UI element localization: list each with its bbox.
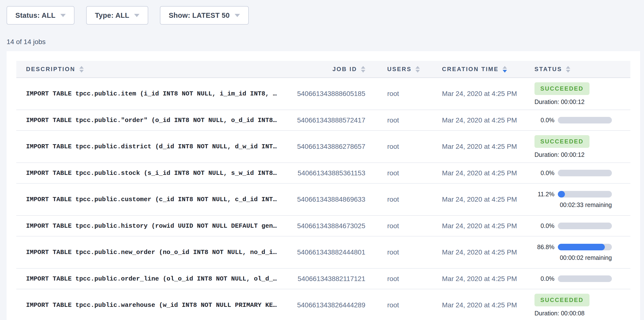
job-creation-time: Mar 24, 2020 at 4:25 PM <box>442 301 534 309</box>
job-id: 540661343888572417 <box>290 116 365 124</box>
job-description: IMPORT TABLE tpcc.public.district (d_id … <box>16 143 290 150</box>
column-header-label: CREATION TIME <box>442 66 499 73</box>
job-creation-time: Mar 24, 2020 at 4:25 PM <box>442 275 534 283</box>
table-body: IMPORT TABLE tpcc.public.item (i_id INT8… <box>16 78 630 320</box>
chevron-down-icon <box>134 14 140 17</box>
job-creation-time: Mar 24, 2020 at 4:25 PM <box>442 196 534 203</box>
progress-line: 0.0% <box>534 275 630 282</box>
status-progress-group: 86.8% 00:00:02 remaining <box>534 243 630 261</box>
progress-percent: 86.8% <box>534 243 554 251</box>
progress-percent: 0.0% <box>534 275 554 282</box>
table-header-row: DESCRIPTION JOB ID USERS CREATION TIME S… <box>16 61 630 78</box>
sort-asc-icon <box>79 66 84 69</box>
progress-line: 11.2% <box>534 191 630 198</box>
sort-desc-icon <box>502 70 507 73</box>
status-progress-group: 0.0% <box>534 275 630 282</box>
table-row: IMPORT TABLE tpcc.public.history (rowid … <box>16 216 630 236</box>
job-description: IMPORT TABLE tpcc.public.stock (s_i_id I… <box>16 169 290 177</box>
job-status: SUCCEEDED Duration: 00:00:12 <box>534 82 630 105</box>
status-duration: Duration: 00:00:08 <box>534 310 630 317</box>
job-description: IMPORT TABLE tpcc.public."order" (o_id I… <box>16 117 290 124</box>
progress-bar <box>558 223 612 229</box>
progress-bar <box>558 117 612 123</box>
job-creation-time: Mar 24, 2020 at 4:25 PM <box>442 248 534 256</box>
job-status: 0.0% <box>534 275 630 282</box>
job-user: root <box>387 90 442 98</box>
sort-asc-icon <box>566 66 570 69</box>
column-header-label: STATUS <box>534 66 562 73</box>
job-description: IMPORT TABLE tpcc.public.history (rowid … <box>16 222 290 230</box>
column-header[interactable]: JOB ID <box>290 66 365 73</box>
status-succeeded-group: SUCCEEDED Duration: 00:00:12 <box>534 135 630 158</box>
status-progress-group: 0.0% <box>534 169 630 177</box>
status-succeeded-group: SUCCEEDED Duration: 00:00:08 <box>534 294 630 317</box>
filter-label: Type: ALL <box>95 12 129 20</box>
progress-line: 0.0% <box>534 117 630 124</box>
column-header[interactable]: USERS <box>387 66 442 73</box>
job-status: SUCCEEDED Duration: 00:00:12 <box>534 135 630 158</box>
sort-icon <box>79 66 84 73</box>
sort-desc-icon <box>416 70 420 73</box>
table-row: IMPORT TABLE tpcc.public.order_line (ol_… <box>16 269 630 289</box>
status-badge: SUCCEEDED <box>534 135 590 148</box>
job-id: 540661343882444801 <box>290 248 365 256</box>
sort-icon <box>416 66 420 73</box>
job-user: root <box>387 248 442 256</box>
progress-bar <box>558 275 612 282</box>
sort-desc-icon <box>566 70 570 73</box>
status-badge: SUCCEEDED <box>534 82 590 95</box>
status-duration: Duration: 00:00:12 <box>534 151 630 158</box>
sort-icon <box>502 66 507 73</box>
filter-label: Show: LATEST 50 <box>169 12 230 20</box>
progress-percent: 0.0% <box>534 117 554 124</box>
sort-desc-icon <box>79 70 84 73</box>
progress-bar <box>558 244 612 250</box>
table-row: IMPORT TABLE tpcc.public."order" (o_id I… <box>16 110 630 131</box>
sort-asc-icon <box>416 66 420 69</box>
table-row: IMPORT TABLE tpcc.public.warehouse (w_id… <box>16 289 630 320</box>
sort-desc-icon <box>361 70 365 73</box>
progress-line: 86.8% <box>534 243 630 251</box>
progress-fill <box>558 244 605 250</box>
job-user: root <box>387 275 442 283</box>
progress-fill <box>558 191 565 197</box>
job-status: 11.2% 00:02:33 remaining <box>534 191 630 208</box>
table-row: IMPORT TABLE tpcc.public.stock (s_i_id I… <box>16 163 630 184</box>
sort-icon <box>361 66 365 73</box>
time-remaining: 00:00:02 remaining <box>534 254 612 261</box>
status-badge: SUCCEEDED <box>534 294 590 306</box>
job-creation-time: Mar 24, 2020 at 4:25 PM <box>442 143 534 151</box>
job-status: 0.0% <box>534 222 630 229</box>
job-description: IMPORT TABLE tpcc.public.order_line (ol_… <box>16 275 290 282</box>
jobs-card: DESCRIPTION JOB ID USERS CREATION TIME S… <box>6 51 640 320</box>
status-progress-group: 11.2% 00:02:33 remaining <box>534 191 630 208</box>
job-description: IMPORT TABLE tpcc.public.new_order (no_o… <box>16 249 290 256</box>
column-header-label: DESCRIPTION <box>26 66 76 73</box>
jobs-count: 14 of 14 jobs <box>6 38 644 46</box>
progress-percent: 0.0% <box>534 222 554 229</box>
sort-asc-icon <box>361 66 365 69</box>
filter-dropdown[interactable]: Type: ALL <box>86 6 148 25</box>
column-header[interactable]: STATUS <box>534 66 630 73</box>
column-header[interactable]: CREATION TIME <box>442 66 534 73</box>
chevron-down-icon <box>234 14 240 17</box>
sort-asc-icon <box>502 66 507 69</box>
filter-dropdown[interactable]: Show: LATEST 50 <box>160 6 248 25</box>
table-row: IMPORT TABLE tpcc.public.district (d_id … <box>16 131 630 163</box>
column-header-label: USERS <box>387 66 412 73</box>
column-header[interactable]: DESCRIPTION <box>16 66 290 73</box>
status-succeeded-group: SUCCEEDED Duration: 00:00:12 <box>534 82 630 105</box>
filter-dropdown[interactable]: Status: ALL <box>6 6 74 25</box>
table-row: IMPORT TABLE tpcc.public.customer (c_id … <box>16 184 630 216</box>
job-user: root <box>387 143 442 151</box>
job-status: 0.0% <box>534 117 630 124</box>
table-row: IMPORT TABLE tpcc.public.item (i_id INT8… <box>16 78 630 110</box>
filter-bar: Status: ALL Type: ALL Show: LATEST 50 <box>0 0 644 25</box>
job-id: 540661343884673025 <box>290 222 365 230</box>
job-description: IMPORT TABLE tpcc.public.warehouse (w_id… <box>16 301 290 309</box>
sort-icon <box>566 66 570 73</box>
job-user: root <box>387 116 442 124</box>
column-header-label: JOB ID <box>332 66 357 73</box>
progress-percent: 11.2% <box>534 191 554 198</box>
filter-label: Status: ALL <box>15 12 56 20</box>
